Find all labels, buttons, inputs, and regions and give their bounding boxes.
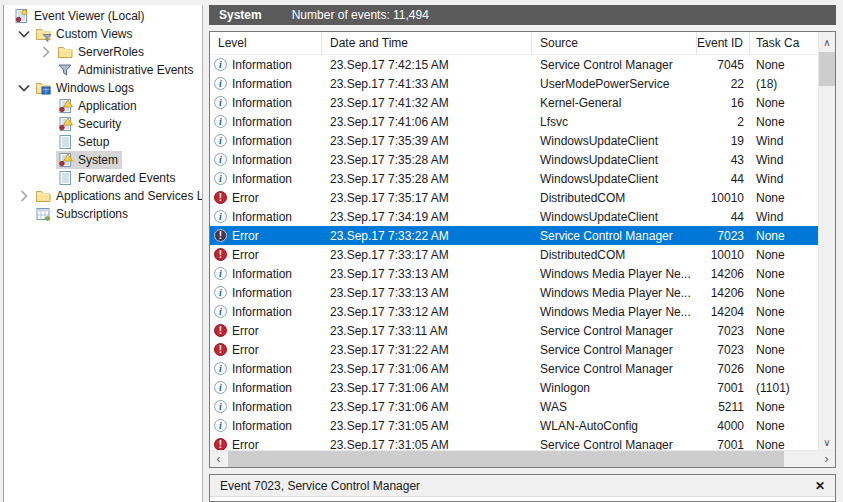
vertical-scrollbar-track[interactable] (819, 86, 835, 434)
information-icon: i (214, 210, 227, 223)
folder-icon (35, 188, 51, 204)
source-cell: Service Control Manager (532, 340, 697, 359)
information-icon: i (214, 96, 227, 109)
chevron-down-icon[interactable] (14, 79, 34, 97)
level-label: Information (232, 210, 292, 224)
column-header-level[interactable]: Level (210, 32, 322, 54)
source-cell: Kernel-General (532, 93, 697, 112)
task-category-cell: None (750, 416, 818, 435)
event-id-cell: 7023 (697, 226, 750, 245)
chevron-right-icon[interactable] (14, 187, 34, 205)
event-row[interactable]: !Error23.Sep.17 7:33:11 AMService Contro… (210, 321, 818, 340)
event-row[interactable]: iInformation23.Sep.17 7:35:28 AMWindowsU… (210, 169, 818, 188)
event-row[interactable]: !Error23.Sep.17 7:35:17 AMDistributedCOM… (210, 188, 818, 207)
tree-item-system[interactable]: System (4, 151, 202, 169)
event-row[interactable]: iInformation23.Sep.17 7:35:39 AMWindowsU… (210, 131, 818, 150)
event-row[interactable]: iInformation23.Sep.17 7:41:06 AMLfsvc2No… (210, 112, 818, 131)
column-header-date-and-time[interactable]: Date and Time (322, 32, 532, 54)
event-row[interactable]: iInformation23.Sep.17 7:31:06 AMService … (210, 359, 818, 378)
event-row[interactable]: iInformation23.Sep.17 7:41:33 AMUserMode… (210, 74, 818, 93)
chevron-down-icon[interactable] (14, 25, 34, 43)
vertical-scrollbar-thumb[interactable] (819, 52, 835, 86)
tree-item-content: Application (56, 97, 141, 115)
information-icon: i (214, 362, 227, 375)
event-row[interactable]: iInformation23.Sep.17 7:31:05 AMWLAN-Aut… (210, 416, 818, 435)
event-row[interactable]: !Error23.Sep.17 7:31:05 AMService Contro… (210, 435, 818, 450)
level-label: Information (232, 115, 292, 129)
close-icon[interactable]: ✕ (815, 479, 825, 493)
scroll-left-icon[interactable]: ‹ (210, 452, 227, 467)
tree-item-content: Custom Views (34, 25, 136, 43)
tree-item-security[interactable]: Security (4, 115, 202, 133)
scroll-up-icon[interactable]: ∧ (819, 32, 835, 52)
event-preview-header: Event 7023, Service Control Manager ✕ (210, 475, 835, 497)
horizontal-scrollbar[interactable]: ‹ › (210, 450, 835, 467)
level-label: Information (232, 362, 292, 376)
column-header-source[interactable]: Source (532, 32, 697, 54)
tree-item-label: Subscriptions (56, 207, 128, 221)
log-warn-icon (57, 116, 73, 132)
event-row[interactable]: iInformation23.Sep.17 7:42:15 AMService … (210, 55, 818, 74)
event-row[interactable]: iInformation23.Sep.17 7:41:32 AMKernel-G… (210, 93, 818, 112)
tree-item-custom-views[interactable]: Custom Views (4, 25, 202, 43)
horizontal-scrollbar-track[interactable] (227, 451, 818, 467)
horizontal-scrollbar-thumb[interactable] (228, 451, 784, 467)
information-icon: i (214, 286, 227, 299)
date-cell: 23.Sep.17 7:31:22 AM (322, 340, 532, 359)
console-tree: Event Viewer (Local)Custom ViewsServerRo… (3, 5, 203, 502)
task-category-cell: None (750, 55, 818, 74)
error-icon: ! (214, 248, 227, 261)
event-row[interactable]: !Error23.Sep.17 7:33:17 AMDistributedCOM… (210, 245, 818, 264)
tree-item-administrative-events[interactable]: Administrative Events (4, 61, 202, 79)
level-label: Error (232, 248, 259, 262)
date-cell: 23.Sep.17 7:35:39 AM (322, 131, 532, 150)
event-row[interactable]: !Error23.Sep.17 7:33:22 AMService Contro… (210, 226, 818, 245)
vertical-scrollbar[interactable]: ∧ ∨ (818, 32, 835, 450)
event-row[interactable]: iInformation23.Sep.17 7:34:19 AMWindowsU… (210, 207, 818, 226)
log-icon (57, 134, 73, 150)
event-count-label: Number of events: 11,494 (292, 8, 429, 22)
event-id-cell: 7045 (697, 55, 750, 74)
tree-item-label: Forwarded Events (78, 171, 175, 185)
event-list-body: iInformation23.Sep.17 7:42:15 AMService … (210, 55, 818, 450)
level-label: Information (232, 267, 292, 281)
event-id-cell: 10010 (697, 188, 750, 207)
event-row[interactable]: !Error23.Sep.17 7:31:22 AMService Contro… (210, 340, 818, 359)
column-header-task-ca[interactable]: Task Ca (750, 32, 818, 54)
task-category-cell: None (750, 283, 818, 302)
event-row[interactable]: iInformation23.Sep.17 7:31:06 AMWAS5211N… (210, 397, 818, 416)
event-row[interactable]: iInformation23.Sep.17 7:33:12 AMWindows … (210, 302, 818, 321)
event-row[interactable]: iInformation23.Sep.17 7:31:06 AMWinlogon… (210, 378, 818, 397)
tree-item-content: ServerRoles (56, 43, 148, 61)
information-icon: i (214, 77, 227, 90)
source-cell: Windows Media Player Ne... (532, 283, 697, 302)
tree-item-event-viewer-local[interactable]: Event Viewer (Local) (4, 7, 202, 25)
event-id-cell: 44 (697, 169, 750, 188)
level-label: Information (232, 419, 292, 433)
tree-item-applications-and-services-lo[interactable]: Applications and Services Lo (4, 187, 202, 205)
scroll-down-icon[interactable]: ∨ (819, 434, 835, 450)
event-row[interactable]: iInformation23.Sep.17 7:33:13 AMWindows … (210, 283, 818, 302)
tree-item-windows-logs[interactable]: Windows Logs (4, 79, 202, 97)
event-row[interactable]: iInformation23.Sep.17 7:33:13 AMWindows … (210, 264, 818, 283)
column-header-event-id[interactable]: Event ID (697, 32, 750, 54)
source-cell: WindowsUpdateClient (532, 169, 697, 188)
level-label: Information (232, 381, 292, 395)
tree-item-label: Event Viewer (Local) (34, 9, 145, 23)
chevron-right-icon[interactable] (36, 43, 56, 61)
tree-item-content: Subscriptions (34, 205, 132, 223)
error-icon: ! (214, 229, 227, 242)
scroll-right-icon[interactable]: › (818, 452, 835, 467)
tree-item-application[interactable]: Application (4, 97, 202, 115)
tree-item-label: Setup (78, 135, 109, 149)
level-label: Error (232, 324, 259, 338)
tree-item-forwarded-events[interactable]: Forwarded Events (4, 169, 202, 187)
source-cell: Windows Media Player Ne... (532, 302, 697, 321)
event-row[interactable]: iInformation23.Sep.17 7:35:28 AMWindowsU… (210, 150, 818, 169)
source-cell: Windows Media Player Ne... (532, 264, 697, 283)
tree-item-serverroles[interactable]: ServerRoles (4, 43, 202, 61)
tree-item-subscriptions[interactable]: Subscriptions (4, 205, 202, 223)
level-label: Information (232, 400, 292, 414)
level-label: Information (232, 77, 292, 91)
tree-item-setup[interactable]: Setup (4, 133, 202, 151)
